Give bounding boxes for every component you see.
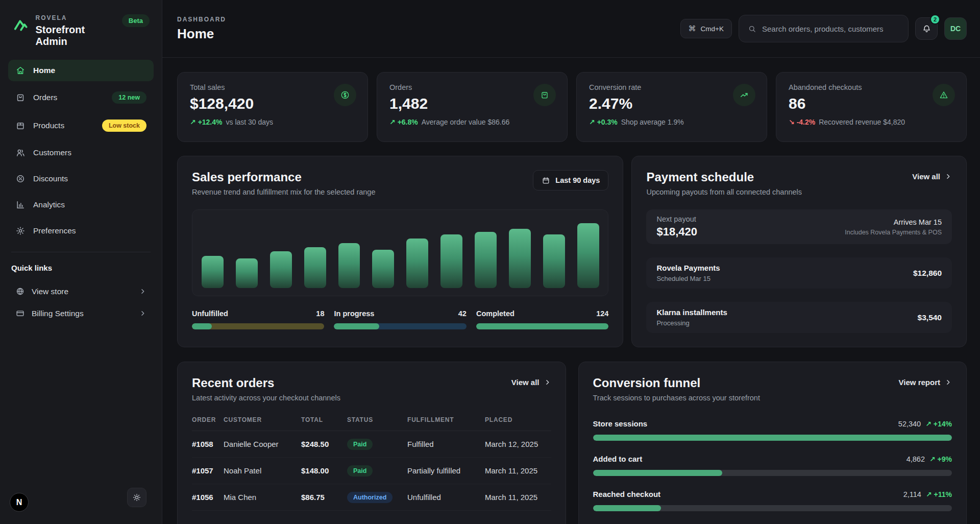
funnel-delta: ↗ +9% bbox=[929, 455, 952, 463]
command-palette-label: Cmd+K bbox=[701, 25, 724, 33]
kpi-value: $128,420 bbox=[190, 95, 355, 112]
sidebar-item-customers[interactable]: Customers bbox=[8, 142, 154, 163]
avatar[interactable]: DC bbox=[944, 17, 967, 40]
search-input[interactable] bbox=[762, 25, 899, 33]
sidebar-item-label: Orders bbox=[33, 93, 57, 102]
app-root: ROVELA Storefront Admin Beta Home Orders… bbox=[0, 0, 980, 524]
legend-item-in-progress: In progress42 bbox=[334, 309, 466, 329]
sidebar-item-preferences[interactable]: Preferences bbox=[8, 220, 154, 242]
view-all-payments-link[interactable]: View all bbox=[912, 172, 952, 181]
order-fulfillment: Fulfilled bbox=[407, 440, 485, 448]
theme-toggle-button[interactable] bbox=[127, 488, 146, 507]
kpi-note: Average order value $86.66 bbox=[422, 118, 510, 126]
credit-card-icon bbox=[15, 308, 25, 318]
funnel-row-store-sessions: Store sessions 52,340↗ +14% bbox=[593, 419, 952, 441]
sidebar-item-analytics[interactable]: Analytics bbox=[8, 194, 154, 216]
sales-bar bbox=[338, 243, 360, 288]
payout-amount: $3,540 bbox=[918, 313, 942, 322]
panel-title: Sales performance bbox=[192, 170, 375, 184]
funnel-delta: ↗ +14% bbox=[925, 420, 952, 428]
kpi-value: 2.47% bbox=[589, 95, 754, 112]
discounts-icon bbox=[15, 174, 26, 184]
sidebar-divider bbox=[11, 252, 151, 252]
payout-channel-name: Klarna installments bbox=[656, 308, 727, 317]
sidebar-item-orders[interactable]: Orders 12 new bbox=[8, 86, 154, 109]
sidebar-item-label: Discounts bbox=[33, 174, 68, 183]
kpi-label: Abandoned checkouts bbox=[789, 83, 954, 91]
fulfillment-legend: Unfulfilled18 In progress42 Completed124 bbox=[192, 309, 608, 329]
panel-title: Recent orders bbox=[192, 376, 340, 390]
panel-title: Conversion funnel bbox=[593, 376, 760, 390]
panel-subtitle: Upcoming payouts from all connected chan… bbox=[646, 188, 802, 196]
kpi-delta: ↗ +0.3% bbox=[589, 118, 618, 126]
sidebar-item-home[interactable]: Home bbox=[8, 60, 154, 81]
sidebar-item-label: Products bbox=[33, 121, 64, 130]
legend-value: 18 bbox=[316, 309, 324, 318]
notifications-button[interactable]: 2 bbox=[915, 17, 938, 40]
order-id: #1058 bbox=[192, 440, 224, 448]
command-icon: ⌘ bbox=[689, 24, 696, 33]
globe-icon bbox=[15, 287, 25, 296]
view-all-orders-link[interactable]: View all bbox=[511, 378, 551, 387]
kpi-orders: Orders 1,482 ↗ +6.8% Average order value… bbox=[377, 72, 568, 142]
funnel-value: 52,340 bbox=[898, 420, 921, 428]
bottom-row: Recent orders Latest activity across you… bbox=[177, 362, 967, 524]
kpi-conversion-rate: Conversion rate 2.47% ↗ +0.3% Shop avera… bbox=[576, 72, 767, 142]
status-badge: Paid bbox=[347, 465, 373, 477]
topbar: DASHBOARD Home ⌘ Cmd+K 2 DC bbox=[162, 0, 980, 58]
charts-row: Sales performance Revenue trend and fulf… bbox=[177, 156, 967, 347]
order-placed: March 12, 2025 bbox=[485, 440, 551, 448]
next-payout-note: Includes Rovela Payments & POS bbox=[845, 229, 942, 236]
funnel-value: 4,862 bbox=[906, 455, 925, 463]
legend-label: Unfulfilled bbox=[192, 309, 228, 318]
sales-bar bbox=[577, 223, 599, 288]
panel-title: Payment schedule bbox=[646, 170, 802, 184]
sidebar-item-label: Home bbox=[33, 66, 55, 75]
sun-icon bbox=[132, 493, 141, 502]
quick-link-billing-settings[interactable]: Billing Settings bbox=[8, 302, 154, 324]
notification-count-badge: 2 bbox=[930, 14, 940, 25]
date-range-button[interactable]: Last 90 days bbox=[533, 170, 608, 190]
kpi-note: Recovered revenue $4,820 bbox=[819, 118, 905, 126]
sales-bar bbox=[372, 250, 394, 288]
sales-bar-chart bbox=[192, 209, 608, 296]
sidebar-item-products[interactable]: Products Low stock bbox=[8, 114, 154, 137]
funnel-progress-fill bbox=[593, 505, 662, 511]
kpi-value: 86 bbox=[789, 95, 954, 112]
payout-channel-status: Scheduled Mar 15 bbox=[656, 275, 720, 282]
global-search[interactable] bbox=[739, 15, 909, 42]
kpi-label: Total sales bbox=[190, 83, 355, 91]
view-report-link[interactable]: View report bbox=[899, 378, 952, 387]
sidebar-item-label: Customers bbox=[33, 148, 71, 157]
order-placed: March 11, 2025 bbox=[485, 466, 551, 475]
legend-value: 124 bbox=[596, 309, 608, 318]
panel-subtitle: Track sessions to purchases across your … bbox=[593, 394, 760, 402]
sales-performance-panel: Sales performance Revenue trend and fulf… bbox=[177, 156, 623, 347]
table-row[interactable]: #1056 Mia Chen $86.75 Authorized Unfulfi… bbox=[192, 484, 551, 511]
sidebar-item-discounts[interactable]: Discounts bbox=[8, 168, 154, 189]
next-payout-card: Next payout $18,420 Arrives Mar 15 Inclu… bbox=[646, 209, 952, 244]
panel-subtitle: Revenue trend and fulfillment mix for th… bbox=[192, 188, 375, 196]
customers-icon bbox=[15, 148, 26, 158]
low-stock-badge: Low stock bbox=[102, 120, 146, 132]
quick-link-label: View store bbox=[32, 287, 68, 296]
kpi-note: Shop average 1.9% bbox=[621, 118, 684, 126]
next-payout-arrives: Arrives Mar 15 bbox=[845, 218, 942, 226]
table-row[interactable]: #1058 Danielle Cooper $248.50 Paid Fulfi… bbox=[192, 431, 551, 458]
sales-bar bbox=[270, 251, 292, 288]
funnel-rows: Store sessions 52,340↗ +14% Added to car… bbox=[593, 419, 952, 511]
order-total: $86.75 bbox=[301, 493, 347, 502]
funnel-label: Reached checkout bbox=[593, 490, 661, 498]
table-row[interactable]: #1057 Noah Patel $148.00 Paid Partially … bbox=[192, 458, 551, 484]
chevron-right-icon bbox=[944, 173, 952, 180]
sales-bar bbox=[406, 239, 428, 288]
dashboard-content: Total sales $128,420 ↗ +12.4% vs last 30… bbox=[162, 58, 980, 524]
recent-orders-panel: Recent orders Latest activity across you… bbox=[177, 362, 566, 524]
dev-tools-button[interactable]: N bbox=[10, 493, 29, 512]
quick-link-view-store[interactable]: View store bbox=[8, 280, 154, 302]
sidebar: ROVELA Storefront Admin Beta Home Orders… bbox=[0, 0, 162, 524]
kpi-label: Orders bbox=[389, 83, 555, 91]
payout-amount: $12,860 bbox=[913, 269, 942, 278]
command-palette-button[interactable]: ⌘ Cmd+K bbox=[680, 19, 732, 38]
order-id: #1057 bbox=[192, 466, 224, 475]
